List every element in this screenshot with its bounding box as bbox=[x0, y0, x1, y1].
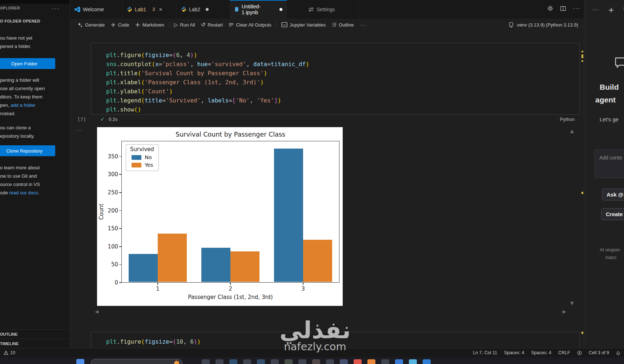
settings-sliders-icon bbox=[308, 7, 314, 12]
taskbar-app-icon[interactable] bbox=[243, 359, 251, 364]
tab-lab2[interactable]: Lab2 bbox=[177, 0, 230, 19]
notebook-editor: plt.figure(figsize=(6, 4))sns.countplot(… bbox=[70, 31, 584, 348]
taskbar-app-icon[interactable] bbox=[312, 359, 320, 364]
taskbar-app-icon[interactable] bbox=[285, 359, 293, 364]
open-folder-button[interactable]: Open Folder bbox=[0, 58, 55, 69]
toolbar-outline[interactable]: Outline bbox=[329, 21, 357, 29]
code-cell-1[interactable]: plt.figure(figsize=(6, 4))sns.countplot(… bbox=[91, 43, 580, 115]
taskbar-app-icon[interactable] bbox=[326, 359, 334, 364]
taskbar-app-icon[interactable] bbox=[202, 359, 210, 364]
y-tick-label: 300 bbox=[98, 171, 118, 178]
ask-button[interactable]: Ask @ bbox=[602, 189, 624, 201]
scroll-right-icon[interactable]: ▶ bbox=[563, 309, 566, 314]
output-options-icon[interactable]: ··· bbox=[75, 127, 83, 133]
code-cell-2[interactable]: plt.figure(figsize=(10, 6)) bbox=[91, 332, 580, 348]
tab-label: Untitled-1.ipynb bbox=[242, 4, 274, 15]
taskbar-app-icon[interactable] bbox=[395, 359, 403, 364]
timeline-section-header[interactable]: TIMELINE bbox=[0, 339, 70, 348]
success-check-icon: ✓ bbox=[100, 116, 105, 122]
kernel-picker[interactable]: .venv (3.13.9) (Python 3.13.9) bbox=[509, 22, 580, 28]
taskbar bbox=[0, 357, 624, 364]
scroll-down-icon[interactable]: ▼ bbox=[570, 300, 574, 306]
add-a-folder-link[interactable]: add a folder bbox=[11, 102, 36, 108]
taskbar-app-icon[interactable] bbox=[340, 359, 348, 364]
vscode-logo-icon bbox=[75, 7, 80, 12]
toolbar-item-label: Restart bbox=[208, 22, 223, 28]
taskbar-app-icon[interactable] bbox=[423, 359, 431, 364]
tab-lab1[interactable]: Lab13× bbox=[122, 0, 177, 19]
toolbar-items: Generate+Code+Markdown▷Run All↺RestartCl… bbox=[75, 20, 369, 29]
code-line: plt.figure(figsize=(6, 4)) bbox=[106, 50, 309, 60]
modified-dot-icon[interactable] bbox=[279, 8, 282, 11]
y-tick-mark bbox=[119, 210, 121, 211]
overview-ruler-mark bbox=[581, 51, 583, 52]
toolbar-run-all[interactable]: ▷Run All bbox=[171, 21, 198, 29]
taskbar-start-icon[interactable] bbox=[76, 359, 84, 364]
y-tick-mark bbox=[119, 192, 121, 193]
chart-bar-yes-class3 bbox=[303, 240, 332, 282]
code-line: plt.legend(title='Survived', labels=['No… bbox=[106, 96, 309, 105]
read-our-docs-link[interactable]: read our docs bbox=[9, 190, 38, 195]
add-context-box[interactable]: Add conte bbox=[595, 150, 624, 178]
toolbar-jupyter-variables[interactable]: (x)Jupyter Variables bbox=[278, 21, 329, 29]
gear-icon[interactable] bbox=[547, 5, 553, 11]
panel-subtext: Let's ge bbox=[600, 116, 619, 122]
more-actions-icon[interactable]: ··· bbox=[573, 5, 580, 11]
clone-repository-button[interactable]: Clone Repository bbox=[0, 145, 55, 156]
tab-untitled-1-ipynb[interactable]: Untitled-1.ipynb bbox=[230, 0, 287, 19]
plus-icon: + bbox=[110, 22, 116, 27]
scroll-up-icon[interactable]: ▲ bbox=[570, 128, 574, 134]
toolbar-code[interactable]: +Code bbox=[108, 21, 132, 29]
status-ports-icon[interactable] bbox=[577, 351, 582, 355]
toolbar-restart[interactable]: ↺Restart bbox=[198, 20, 226, 29]
code-area-1[interactable]: plt.figure(figsize=(6, 4))sns.countplot(… bbox=[106, 50, 309, 114]
tab-welcome[interactable]: Welcome bbox=[70, 0, 122, 19]
kernel-icon bbox=[509, 22, 514, 28]
status-crlf[interactable]: CRLF bbox=[558, 350, 570, 355]
code-area-2[interactable]: plt.figure(figsize=(10, 6)) bbox=[106, 337, 201, 346]
toolbar-clear-all-outputs[interactable]: Clear All Outputs bbox=[226, 21, 274, 29]
close-tab-icon[interactable]: × bbox=[159, 6, 162, 12]
split-editor-icon[interactable] bbox=[560, 6, 566, 11]
taskbar-app-icon[interactable] bbox=[216, 359, 224, 364]
status-bell-icon[interactable] bbox=[616, 351, 620, 355]
taskbar-app-icon[interactable] bbox=[271, 359, 279, 364]
create-button[interactable]: Create bbox=[601, 208, 624, 220]
status-spaces-4[interactable]: Spaces: 4 bbox=[504, 350, 524, 355]
toolbar-item-label: Code bbox=[118, 22, 129, 28]
sidebar-text-line: epository locally. bbox=[0, 132, 67, 140]
chart-bar-no-class2 bbox=[201, 248, 230, 282]
tab-settings[interactable]: Settings bbox=[287, 0, 358, 19]
toolbar-item-label: Jupyter Variables bbox=[290, 22, 326, 28]
new-chat-icon[interactable]: + bbox=[608, 5, 614, 14]
taskbar-app-icon[interactable] bbox=[367, 359, 375, 364]
taskbar-app-icon[interactable] bbox=[381, 359, 389, 364]
cell-language-picker[interactable]: Python bbox=[560, 117, 575, 122]
modified-dot-icon[interactable] bbox=[206, 8, 209, 11]
code-line: plt.figure(figsize=(10, 6)) bbox=[106, 337, 201, 346]
taskbar-app-icon[interactable] bbox=[257, 359, 265, 364]
status-ln-7-col-11[interactable]: Ln 7, Col 11 bbox=[473, 350, 497, 355]
explorer-more-icon[interactable]: ··· bbox=[52, 5, 60, 11]
toolbar-generate[interactable]: Generate bbox=[75, 21, 108, 29]
toolbar-more[interactable]: ··· bbox=[357, 21, 369, 29]
chart-bar-no-class3 bbox=[274, 149, 303, 282]
sidebar-text-line: pening a folder will bbox=[0, 76, 67, 84]
toolbar-markdown[interactable]: +Markdown bbox=[132, 21, 167, 29]
chart-xlabel: Passenger Class (1st, 2nd, 3rd) bbox=[121, 294, 339, 300]
status-cell-3-of-9[interactable]: Cell 3 of 9 bbox=[589, 350, 609, 355]
problems-indicator[interactable]: 10 bbox=[0, 350, 15, 355]
taskbar-app-icon[interactable] bbox=[229, 359, 237, 364]
clear-outputs-icon bbox=[229, 22, 234, 27]
y-tick-mark bbox=[119, 282, 121, 283]
panel-heading-line2: agent bbox=[595, 96, 616, 104]
taskbar-app-icon[interactable] bbox=[298, 359, 306, 364]
outline-section-header[interactable]: OUTLINE bbox=[0, 329, 70, 339]
taskbar-app-icon[interactable] bbox=[354, 359, 362, 364]
cell-status-row: [7] ✓ 0.2s Python bbox=[70, 117, 580, 124]
panel-more-icon[interactable]: ··· bbox=[592, 7, 599, 13]
collapse-output-icon[interactable]: ◀ bbox=[95, 309, 98, 314]
taskbar-search-box[interactable] bbox=[91, 359, 182, 364]
taskbar-app-icon[interactable] bbox=[409, 359, 417, 364]
status-spaces-4[interactable]: Spaces: 4 bbox=[531, 350, 551, 355]
